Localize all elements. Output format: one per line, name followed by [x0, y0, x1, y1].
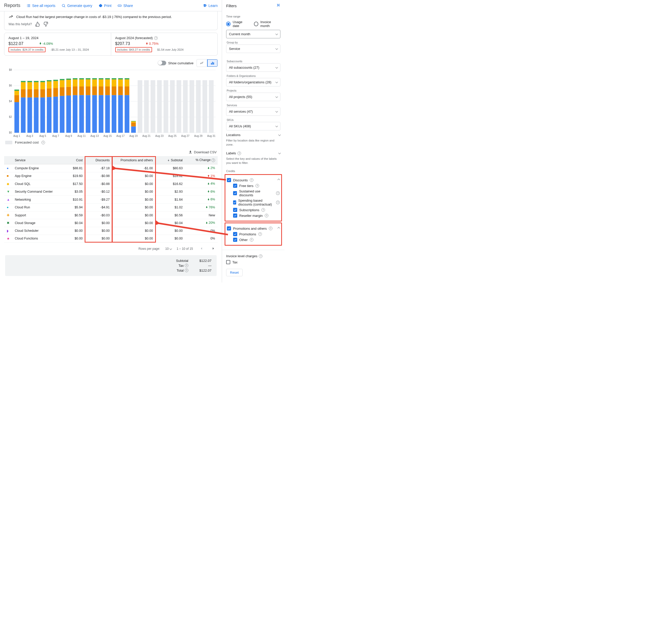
- services-select[interactable]: All services (47): [226, 107, 280, 116]
- help-icon[interactable]: ?: [265, 214, 268, 217]
- svg-rect-1: [211, 63, 212, 64]
- svg-rect-38: [47, 88, 52, 97]
- summary-actual-amount: $122.07: [9, 41, 24, 46]
- annotation-arrow-discounts: [113, 164, 241, 216]
- th-service[interactable]: Service: [12, 156, 61, 164]
- promotions-cell: $0.00: [112, 235, 156, 242]
- th-promotions[interactable]: Promotions and others: [112, 156, 156, 164]
- line-chart-icon: [200, 61, 204, 66]
- help-icon[interactable]: ?: [276, 201, 280, 204]
- invoice-month-radio[interactable]: Invoice month: [254, 20, 280, 28]
- svg-text:Aug 29: Aug 29: [194, 134, 203, 137]
- thumb-down-icon[interactable]: [43, 21, 48, 27]
- help-icon[interactable]: ?: [259, 254, 262, 258]
- chevron-up-icon[interactable]: [278, 178, 280, 181]
- service-name: Security Command Center: [12, 188, 61, 196]
- download-csv-link[interactable]: Download CSV: [188, 150, 217, 154]
- help-icon[interactable]: ?: [261, 208, 265, 212]
- topbar-actions: See all reports Generate query Print Sha…: [27, 4, 133, 8]
- locations-expand[interactable]: Locations: [226, 133, 280, 137]
- learn-link[interactable]: Learn: [203, 4, 218, 8]
- group-by-select[interactable]: Service: [226, 44, 280, 53]
- chevron-down-icon: [276, 110, 278, 113]
- share-link[interactable]: Share: [118, 4, 133, 8]
- svg-rect-82: [112, 95, 116, 133]
- svg-rect-56: [73, 86, 77, 95]
- svg-rect-78: [105, 86, 110, 95]
- help-icon[interactable]: ?: [237, 151, 241, 155]
- svg-text:Aug 19: Aug 19: [129, 134, 138, 137]
- see-all-reports-link[interactable]: See all reports: [27, 4, 55, 8]
- svg-rect-79: [105, 79, 110, 86]
- generate-query-link[interactable]: Generate query: [61, 4, 92, 8]
- labels-expand[interactable]: Labels?: [226, 151, 280, 155]
- usage-date-radio[interactable]: Usage date: [226, 20, 249, 28]
- svg-rect-103: [150, 80, 155, 133]
- chart-type-selector: [196, 59, 218, 67]
- reset-button[interactable]: Reset: [226, 269, 243, 276]
- share-icon: [118, 4, 122, 8]
- svg-text:$0: $0: [9, 131, 12, 134]
- help-icon[interactable]: ?: [154, 36, 158, 40]
- svg-rect-22: [21, 81, 26, 82]
- svg-rect-34: [40, 82, 45, 89]
- download-icon: [188, 150, 192, 154]
- svg-rect-21: [21, 82, 26, 89]
- skus-select[interactable]: All SKUs (408): [226, 122, 280, 130]
- total-label: Total: [177, 268, 184, 273]
- cost-chart: $0$2$4$6$8Aug 1Aug 3Aug 5Aug 7Aug 9Aug 1…: [5, 69, 217, 138]
- th-subtotal[interactable]: Subtotal: [156, 156, 185, 164]
- svg-rect-67: [86, 78, 90, 79]
- help-icon[interactable]: ?: [276, 191, 280, 195]
- thumb-up-icon[interactable]: [35, 21, 40, 27]
- svg-rect-40: [47, 80, 52, 82]
- svg-rect-48: [60, 80, 64, 87]
- svg-rect-71: [92, 78, 97, 79]
- cumulative-label: Show cumulative: [168, 61, 193, 65]
- insight-card: Cloud Run had the largest percentage cha…: [4, 11, 218, 30]
- list-icon: [27, 4, 31, 8]
- tax-checkbox[interactable]: [226, 260, 230, 264]
- help-icon[interactable]: ?: [185, 268, 188, 272]
- svg-rect-91: [125, 95, 129, 133]
- line-chart-button[interactable]: [197, 59, 207, 67]
- th-discounts[interactable]: Discounts: [85, 156, 112, 164]
- svg-rect-46: [60, 96, 64, 133]
- th-pct-change[interactable]: % Change ?: [185, 156, 218, 164]
- svg-text:Aug 17: Aug 17: [116, 134, 125, 137]
- service-marker: ✖: [7, 221, 9, 223]
- print-link[interactable]: Print: [99, 4, 112, 8]
- svg-rect-110: [183, 80, 188, 133]
- help-icon[interactable]: ?: [211, 158, 215, 162]
- cumulative-toggle[interactable]: [158, 61, 166, 66]
- service-name: Cloud Scheduler: [12, 227, 61, 235]
- svg-rect-44: [53, 80, 58, 81]
- help-icon[interactable]: ?: [255, 184, 259, 188]
- bar-chart-button[interactable]: [207, 59, 217, 67]
- help-icon[interactable]: ?: [250, 178, 253, 182]
- projects-select[interactable]: All projects (55): [226, 92, 280, 101]
- svg-text:Aug 5: Aug 5: [39, 134, 46, 137]
- skus-label: SKUs: [227, 118, 280, 121]
- svg-rect-15: [14, 95, 19, 102]
- promotions-cell: $0.00: [112, 219, 156, 227]
- svg-rect-47: [60, 87, 64, 96]
- folders-select[interactable]: All folders/organizations (28): [226, 78, 280, 86]
- svg-rect-33: [40, 89, 45, 98]
- help-icon[interactable]: ?: [269, 227, 273, 230]
- svg-rect-107: [170, 80, 175, 133]
- hide-filters-button[interactable]: [276, 3, 280, 9]
- svg-rect-17: [14, 89, 19, 91]
- svg-text:Aug 21: Aug 21: [142, 134, 151, 137]
- help-icon[interactable]: ?: [41, 141, 45, 144]
- chevron-up-icon[interactable]: [278, 227, 280, 230]
- cost-cell: $10.91: [61, 196, 85, 204]
- svg-text:Aug 3: Aug 3: [26, 134, 33, 137]
- help-icon[interactable]: ?: [185, 264, 188, 267]
- date-range-select[interactable]: Current month: [226, 30, 280, 38]
- th-cost[interactable]: Cost: [61, 156, 85, 164]
- subaccounts-select[interactable]: All subaccounts (27): [226, 63, 280, 72]
- service-name: Networking: [12, 196, 61, 204]
- arrow-down-icon: [39, 42, 42, 45]
- svg-rect-14: [14, 102, 19, 133]
